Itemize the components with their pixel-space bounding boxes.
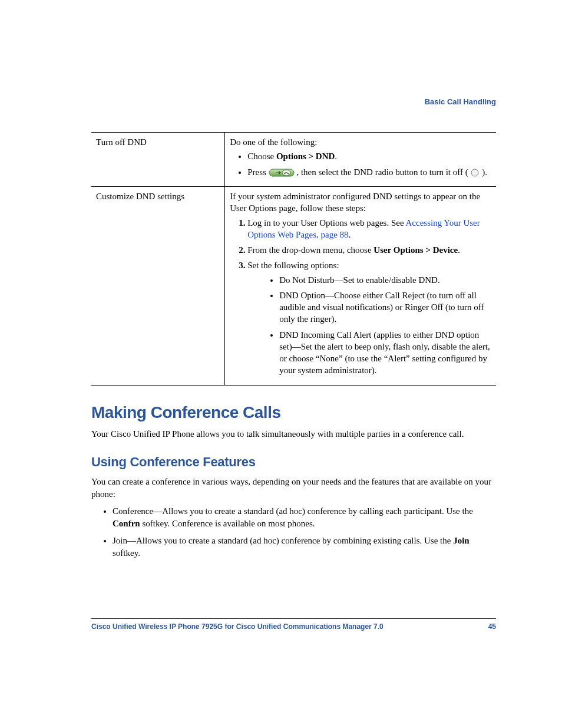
footer-title: Cisco Unified Wireless IP Phone 7925G fo… xyxy=(91,622,384,631)
row1-intro: Do one of the following: xyxy=(230,136,491,148)
conference-intro: Your Cisco Unified IP Phone allows you t… xyxy=(91,428,496,440)
dnd-table: Turn off DND Do one of the following: Ch… xyxy=(91,132,496,386)
features-intro: You can create a conference in various w… xyxy=(91,476,496,500)
feature-conference: Conference—Allows you to create a standa… xyxy=(113,505,496,530)
customize-dnd-content: If your system administrator configured … xyxy=(225,187,496,386)
table-row: Turn off DND Do one of the following: Ch… xyxy=(91,133,496,187)
phone-green-button-icon xyxy=(269,167,295,178)
row2-sub1: Do Not Disturb—Set to enable/disable DND… xyxy=(279,274,491,286)
row1-bullet1: Choose Options > DND. xyxy=(247,150,491,162)
row2-sub2: DND Option—Choose either Call Reject (to… xyxy=(279,289,491,325)
row2-sub3: DND Incoming Call Alert (applies to eith… xyxy=(279,329,491,377)
row2-step2: From the drop-down menu, choose User Opt… xyxy=(247,244,491,256)
row2-step1: Log in to your User Options web pages. S… xyxy=(247,217,491,241)
page-footer: Cisco Unified Wireless IP Phone 7925G fo… xyxy=(91,618,496,631)
feature-join: Join—Allows you to create a standard (ad… xyxy=(113,535,496,559)
row1-bullet2: Press , then select the DND radio button… xyxy=(247,166,491,179)
turn-off-dnd-content: Do one of the following: Choose Options … xyxy=(225,133,496,187)
page-number: 45 xyxy=(488,622,496,631)
heading-using-conference-features: Using Conference Features xyxy=(91,454,496,470)
customize-dnd-label: Customize DND settings xyxy=(91,187,225,386)
radio-off-icon xyxy=(470,168,480,177)
turn-off-dnd-label: Turn off DND xyxy=(91,133,225,187)
table-row: Customize DND settings If your system ad… xyxy=(91,187,496,386)
heading-making-conference-calls: Making Conference Calls xyxy=(91,403,496,422)
row2-intro: If your system administrator configured … xyxy=(230,190,491,215)
breadcrumb: Basic Call Handling xyxy=(91,97,496,106)
row2-step3: Set the following options: Do Not Distur… xyxy=(247,259,491,376)
svg-point-2 xyxy=(471,169,478,176)
